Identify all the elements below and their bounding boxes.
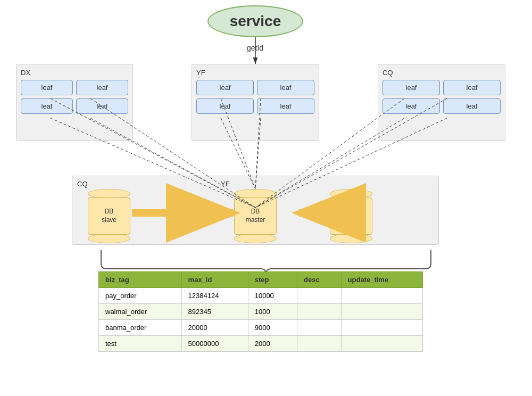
cylinder-body: DBslave <box>330 197 372 235</box>
cylinder-bottom <box>88 234 130 243</box>
list-item: leaf <box>196 98 254 114</box>
db-slave-right: DBslave <box>330 189 372 243</box>
table-cell: banma_order <box>99 320 182 336</box>
list-item: leaf <box>383 80 440 95</box>
db-slave-right-label: DBslave <box>344 208 359 224</box>
list-item: leaf <box>21 80 73 95</box>
list-item: leaf <box>257 80 314 95</box>
table-row: waimai_order8923451000 <box>99 304 423 320</box>
table-cell: 10000 <box>248 288 297 304</box>
table-cell: pay_order <box>99 288 182 304</box>
list-item: leaf <box>21 98 73 114</box>
list-item: leaf <box>76 98 128 114</box>
service-node: service <box>207 5 303 37</box>
diagram-area: service getId DX leaf leaf leaf leaf YF … <box>0 0 532 396</box>
table-cell: 2000 <box>248 336 297 352</box>
table-cell: waimai_order <box>99 304 182 320</box>
table-row: test500000002000 <box>99 336 423 352</box>
table-cell <box>341 288 422 304</box>
dx-group: DX leaf leaf leaf leaf <box>16 64 133 141</box>
table-cell: 20000 <box>181 320 248 336</box>
table-cell <box>341 336 422 352</box>
list-item: leaf <box>196 80 254 95</box>
list-item: leaf <box>76 80 128 95</box>
col-header-update-time: update_time <box>341 272 422 288</box>
cylinder-body: DBmaster <box>234 197 277 235</box>
list-item: leaf <box>383 98 440 114</box>
table-container: biz_tag max_id step desc update_time pay… <box>98 271 423 352</box>
table-row: pay_order1238412410000 <box>99 288 423 304</box>
col-header-desc: desc <box>297 272 342 288</box>
table-cell <box>341 320 422 336</box>
list-item: leaf <box>257 98 314 114</box>
cylinder-bottom <box>234 234 277 243</box>
table-cell: 12384124 <box>181 288 248 304</box>
cq-leaf-grid: leaf leaf leaf leaf <box>383 80 501 114</box>
table-cell <box>297 288 342 304</box>
dx-group-label: DX <box>21 69 128 77</box>
service-label: service <box>230 13 281 30</box>
dx-leaf-grid: leaf leaf leaf leaf <box>21 80 128 114</box>
cq-group: CQ leaf leaf leaf leaf <box>378 64 505 141</box>
yf-group-label: YF <box>196 69 314 77</box>
cylinder-body: DBslave <box>88 197 130 235</box>
col-header-biz-tag: biz_tag <box>99 272 182 288</box>
get-id-label: getId <box>247 44 263 52</box>
db-master: DBmaster <box>234 189 277 243</box>
db-cq-label: CQ <box>77 180 88 188</box>
cylinder-bottom <box>330 234 372 243</box>
list-item: leaf <box>443 98 501 114</box>
table-cell: 50000000 <box>181 336 248 352</box>
table-cell: 9000 <box>248 320 297 336</box>
db-master-label: DBmaster <box>246 208 265 224</box>
db-cq-slave: DBslave <box>88 189 130 243</box>
table-cell <box>297 320 342 336</box>
cq-group-label: CQ <box>383 69 501 77</box>
table-cell <box>297 336 342 352</box>
col-header-step: step <box>248 272 297 288</box>
table-row: banma_order200009000 <box>99 320 423 336</box>
yf-leaf-grid: leaf leaf leaf leaf <box>196 80 314 114</box>
data-table: biz_tag max_id step desc update_time pay… <box>98 271 423 352</box>
yf-group: YF leaf leaf leaf leaf <box>192 64 319 141</box>
table-cell: 892345 <box>181 304 248 320</box>
table-cell: test <box>99 336 182 352</box>
table-cell <box>341 304 422 320</box>
db-yf-label: YF <box>221 180 230 188</box>
table-cell <box>297 304 342 320</box>
db-cq-slave-label: DBslave <box>102 208 117 224</box>
table-cell: 1000 <box>248 304 297 320</box>
col-header-max-id: max_id <box>181 272 248 288</box>
list-item: leaf <box>443 80 501 95</box>
